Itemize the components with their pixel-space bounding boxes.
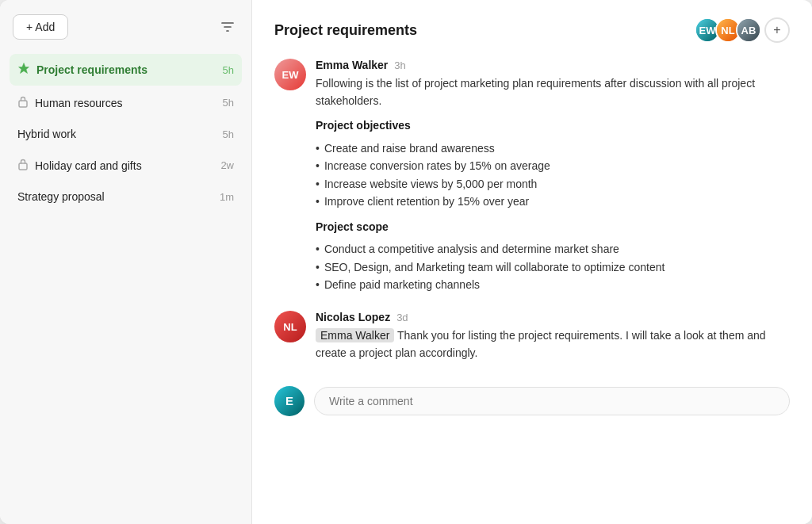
section-objectives: Project objectives Create and raise bran… [316, 117, 790, 210]
comment: EW Emma Walker 3h Following is the list … [274, 59, 790, 293]
avatar: AB [736, 17, 761, 43]
bullet-list: Create and raise brand awareness Increas… [316, 140, 790, 211]
comment-author: Emma Walker [316, 59, 388, 71]
sidebar-item-label: Hybrid work [17, 128, 216, 140]
mention-tag[interactable]: Emma Walker [316, 328, 394, 342]
avatar-initials: NL [283, 321, 297, 333]
svg-rect-0 [19, 101, 27, 107]
list-item: Define paid marketing channels [316, 276, 790, 293]
main-header: Project requirements EW NL AB + [274, 17, 790, 43]
lock-icon [17, 95, 29, 110]
section-title: Project objectives [316, 117, 790, 135]
comment: NL Nicolas Lopez 3d Emma Walker Thank yo… [274, 311, 790, 361]
sidebar-item-label: Project requirements [36, 63, 216, 76]
comment-section: EW Emma Walker 3h Following is the list … [274, 59, 790, 416]
comment-time: 3h [394, 59, 405, 71]
bullet-list: Conduct a competitive analysis and deter… [316, 240, 790, 293]
svg-rect-1 [19, 163, 27, 170]
sidebar-item-time: 5h [223, 64, 234, 76]
app-container: + Add Project requirements 5h [0, 0, 812, 524]
sidebar-item-time: 2w [220, 159, 234, 171]
avatar: EW [274, 59, 306, 90]
comment-input[interactable] [314, 387, 790, 415]
avatar-group: EW NL AB + [695, 17, 790, 43]
sidebar-item-label: Strategy proposal [17, 190, 213, 203]
sidebar-nav: Project requirements 5h Human resources … [10, 54, 242, 211]
sidebar-item-time: 5h [223, 97, 234, 109]
list-item: Increase conversion rates by 15% on aver… [316, 157, 790, 174]
comment-header: Emma Walker 3h [316, 59, 790, 71]
comment-body: Nicolas Lopez 3d Emma Walker Thank you f… [316, 311, 790, 361]
comment-header: Nicolas Lopez 3d [316, 311, 790, 323]
comment-intro: Following is the list of project marketi… [316, 75, 790, 109]
sidebar-item-strategy-proposal[interactable]: Strategy proposal 1m [10, 182, 242, 211]
comment-text: Following is the list of project marketi… [316, 75, 790, 293]
lock-icon [17, 158, 29, 173]
comment-body: Emma Walker 3h Following is the list of … [316, 59, 790, 293]
sidebar-item-human-resources[interactable]: Human resources 5h [10, 87, 242, 118]
sidebar-item-hybrid-work[interactable]: Hybrid work 5h [10, 120, 242, 148]
avatar-image: AB [737, 19, 760, 41]
pin-icon [17, 62, 30, 78]
sidebar-item-label: Holiday card and gifts [35, 159, 214, 172]
sidebar-item-time: 5h [223, 128, 234, 140]
sidebar: + Add Project requirements 5h [0, 0, 252, 524]
comment-input-row: E [274, 386, 790, 416]
avatar-initials: E [285, 394, 293, 407]
section-scope: Project scope Conduct a competitive anal… [316, 219, 790, 294]
add-avatar-button[interactable]: + [764, 17, 790, 43]
avatar: NL [274, 311, 306, 342]
sidebar-header: + Add [10, 14, 242, 40]
sidebar-item-project-requirements[interactable]: Project requirements 5h [10, 54, 242, 86]
page-title: Project requirements [274, 22, 417, 39]
add-button[interactable]: + Add [13, 14, 68, 40]
avatar-initials: EW [282, 69, 299, 81]
list-item: Improve client retention by 15% over yea… [316, 193, 790, 210]
list-item: SEO, Design, and Marketing team will col… [316, 258, 790, 276]
comment-time: 3d [396, 312, 408, 323]
list-item: Conduct a competitive analysis and deter… [316, 240, 790, 258]
sidebar-item-label: Human resources [35, 97, 216, 109]
list-item: Increase website views by 5,000 per mont… [316, 175, 790, 193]
main-content: Project requirements EW NL AB + EW [252, 0, 812, 524]
comment-text: Emma Walker Thank you for listing the pr… [316, 327, 790, 361]
current-user-avatar: E [274, 386, 304, 416]
list-item: Create and raise brand awareness [316, 140, 790, 157]
sidebar-item-time: 1m [220, 191, 234, 203]
section-title: Project scope [316, 219, 790, 236]
comment-author: Nicolas Lopez [316, 311, 390, 323]
filter-icon[interactable] [216, 16, 239, 38]
sidebar-item-holiday-card[interactable]: Holiday card and gifts 2w [10, 150, 242, 181]
